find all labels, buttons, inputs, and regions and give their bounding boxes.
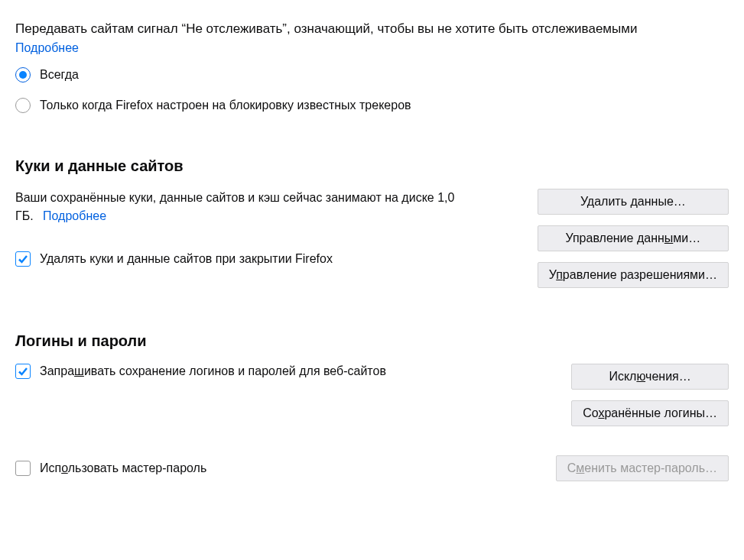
checkbox-icon [15,251,31,267]
cookies-heading: Куки и данные сайтов [15,157,729,175]
dnt-description: Передавать сайтам сигнал “Не отслеживать… [15,21,729,37]
exceptions-button[interactable]: Исключения… [571,364,729,390]
logins-top-row: Запрашивать сохранение логинов и паролей… [15,364,729,426]
change-master-password-button: Сменить мастер-пароль… [556,455,729,481]
logins-heading: Логины и пароли [15,332,729,350]
use-master-password-label: Использовать мастер-пароль [40,461,206,475]
radio-icon [15,98,31,113]
dnt-option-always[interactable]: Всегда [15,67,729,83]
dnt-section: Передавать сайтам сигнал “Не отслеживать… [15,21,729,113]
ask-save-logins-checkbox[interactable]: Запрашивать сохранение логинов и паролей… [15,364,386,379]
cookies-buttons: Удалить данные… Управление данными… Упра… [538,189,729,288]
ask-save-logins-label: Запрашивать сохранение логинов и паролей… [40,364,386,378]
manage-data-button[interactable]: Управление данными… [538,225,729,251]
saved-logins-button[interactable]: Сохранённые логины… [571,400,729,426]
cookies-left: Ваши сохранённые куки, данные сайтов и к… [15,189,459,267]
dnt-radio-group: Всегда Только когда Firefox настроен на … [15,67,729,113]
cookies-summary-prefix: Ваши сохранённые куки, данные сайтов и к… [15,191,437,204]
radio-icon [15,67,31,83]
dnt-option-always-label: Всегда [40,68,79,82]
cookies-learn-more-link[interactable]: Подробнее [43,209,106,222]
cookies-summary: Ваши сохранённые куки, данные сайтов и к… [15,189,459,225]
checkbox-icon [15,461,31,476]
logins-section: Запрашивать сохранение логинов и паролей… [15,364,729,481]
dnt-learn-more-link[interactable]: Подробнее [15,41,79,54]
use-master-password-checkbox[interactable]: Использовать мастер-пароль [15,461,206,476]
dnt-option-only-trackers-label: Только когда Firefox настроен на блокиро… [40,99,411,112]
delete-on-close-label: Удалять куки и данные сайтов при закрыти… [40,252,333,266]
clear-data-button[interactable]: Удалить данные… [538,189,729,215]
dnt-option-only-trackers[interactable]: Только когда Firefox настроен на блокиро… [15,98,729,113]
logins-bottom-row: Использовать мастер-пароль Сменить масте… [15,455,729,481]
delete-on-close-checkbox[interactable]: Удалять куки и данные сайтов при закрыти… [15,251,459,267]
manage-permissions-button[interactable]: Управление разрешениями… [538,262,729,288]
checkbox-icon [15,364,31,379]
logins-buttons: Исключения… Сохранённые логины… [571,364,729,426]
cookies-section: Ваши сохранённые куки, данные сайтов и к… [15,189,729,288]
